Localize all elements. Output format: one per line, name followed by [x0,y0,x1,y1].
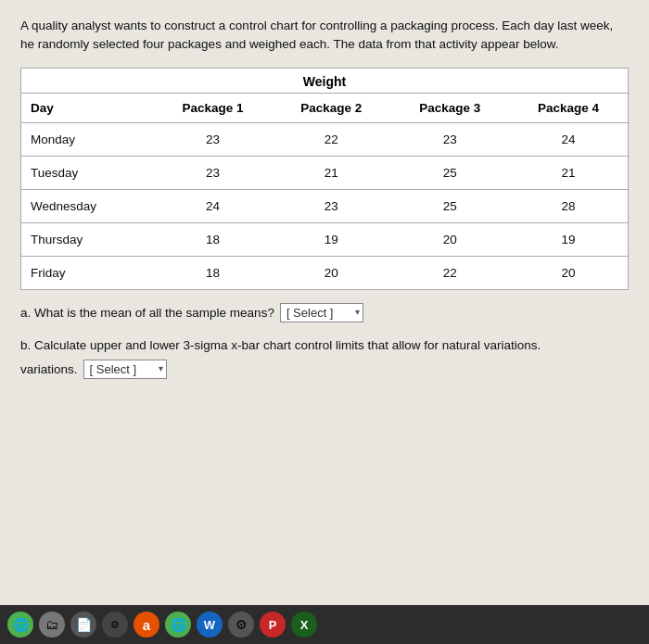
question-b-label: variations. [20,360,78,380]
weight-header-cell: Weight [21,69,628,94]
taskbar-icon-word[interactable]: W [197,612,223,638]
page-wrapper: A quality analyst wants to construct a c… [0,0,649,644]
taskbar-icon-clock[interactable]: ⚙ [102,612,128,638]
intro-paragraph: A quality analyst wants to construct a c… [20,17,629,55]
table-cell-3-3: 20 [390,222,509,256]
taskbar-icon-globe2[interactable]: 🌐 [165,612,191,638]
col-header-p1: Package 1 [154,93,273,122]
taskbar: 🌐 🗂 📄 ⚙ a 🌐 W ⚙ P X [0,605,649,644]
table-cell-1-2: 21 [272,156,390,189]
table-cell-2-1: 24 [154,189,273,222]
taskbar-icon-a[interactable]: a [134,612,159,638]
question-a-select[interactable]: [ Select ] [280,303,363,322]
table-row: Monday23222324 [21,122,628,156]
table-cell-0-1: 23 [154,122,273,156]
taskbar-icon-folder[interactable]: 🗂 [39,612,65,638]
table-cell-4-1: 18 [154,256,273,289]
table-cell-3-1: 18 [154,222,273,256]
taskbar-icon-earth[interactable]: 🌐 [7,612,33,638]
column-headers-row: Day Package 1 Package 2 Package 3 Packag… [21,93,628,122]
weight-header-row: Weight [21,69,628,94]
table-cell-1-4: 21 [509,156,628,189]
table-cell-2-0: Wednesday [21,189,154,222]
col-header-p3: Package 3 [390,93,509,122]
table-cell-0-2: 22 [272,122,390,156]
question-b-text: b. Calculate upper and lower 3-sigma x-b… [20,335,629,356]
question-b-row: variations. [ Select ] ▾ [20,360,629,380]
question-a-row: a. What is the mean of all the sample me… [20,303,629,323]
table-cell-3-4: 19 [509,222,628,256]
data-table: Weight Day Package 1 Package 2 Package 3… [21,69,628,289]
taskbar-icon-doc[interactable]: 📄 [70,612,96,638]
col-header-p2: Package 2 [272,93,390,122]
question-a-text: a. What is the mean of all the sample me… [20,303,274,323]
question-b-section: b. Calculate upper and lower 3-sigma x-b… [20,335,629,379]
table-body: Monday23222324Tuesday23212521Wednesday24… [21,122,628,289]
table-cell-1-0: Tuesday [21,156,154,189]
table-cell-4-2: 20 [272,256,390,289]
table-cell-1-3: 25 [390,156,509,189]
table-cell-2-3: 25 [390,189,509,222]
table-cell-4-4: 20 [509,256,628,289]
table-cell-4-0: Friday [21,256,154,289]
table-cell-3-2: 19 [272,222,390,256]
main-content: A quality analyst wants to construct a c… [0,0,649,605]
table-cell-0-0: Monday [21,122,154,156]
table-row: Wednesday24232528 [21,189,628,222]
table-cell-1-1: 23 [154,156,273,189]
table-cell-2-4: 28 [509,189,628,222]
data-table-wrapper: Weight Day Package 1 Package 2 Package 3… [20,68,629,290]
taskbar-icon-settings[interactable]: ⚙ [228,612,254,638]
table-cell-4-3: 22 [390,256,509,289]
table-row: Tuesday23212521 [21,156,628,189]
question-b-select-wrapper[interactable]: [ Select ] ▾ [83,360,167,380]
question-b-select[interactable]: [ Select ] [83,360,167,379]
table-cell-3-0: Thursday [21,222,154,256]
question-a-select-wrapper[interactable]: [ Select ] ▾ [280,303,363,323]
table-cell-2-2: 23 [272,189,390,222]
table-row: Friday18202220 [21,256,628,289]
table-cell-0-4: 24 [509,122,628,156]
col-header-day: Day [21,93,154,122]
question-a-section: a. What is the mean of all the sample me… [20,303,629,323]
table-cell-0-3: 23 [390,122,509,156]
taskbar-icon-p[interactable]: P [260,612,286,638]
taskbar-icon-x[interactable]: X [291,612,317,638]
col-header-p4: Package 4 [509,93,628,122]
table-row: Thursday18192019 [21,222,628,256]
